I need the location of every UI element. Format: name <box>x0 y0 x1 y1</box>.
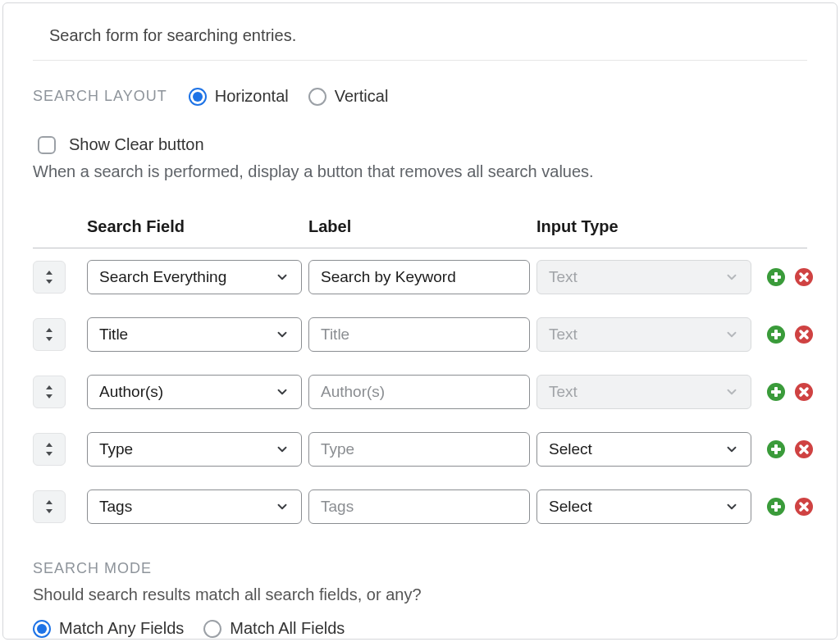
add-row-button[interactable] <box>766 325 786 344</box>
select-value: Text <box>549 383 724 401</box>
label-input[interactable]: Title <box>308 317 530 352</box>
mode-all-radio[interactable]: Match All Fields <box>203 619 345 638</box>
sort-icon <box>43 385 55 399</box>
select-value: Author(s) <box>99 383 275 401</box>
widget-description: Search form for searching entries. <box>33 21 807 61</box>
search-field-select[interactable]: Search Everything <box>87 260 302 294</box>
drag-handle[interactable] <box>33 318 66 351</box>
drag-handle[interactable] <box>33 376 66 408</box>
input-type-select: Text <box>536 260 751 294</box>
search-mode-help: Should search results match all search f… <box>33 585 807 604</box>
label-input[interactable]: Tags <box>308 489 530 524</box>
input-value: Type <box>321 440 518 458</box>
header-input-type: Input Type <box>536 217 751 236</box>
table-row: Type Type Select <box>33 421 807 478</box>
sort-icon <box>43 499 55 514</box>
chevron-down-icon <box>724 385 739 399</box>
input-type-select: Text <box>536 375 751 409</box>
row-actions <box>758 325 832 344</box>
svg-rect-2 <box>774 272 778 282</box>
chevron-down-icon <box>724 442 739 457</box>
add-row-button[interactable] <box>766 382 786 402</box>
chevron-down-icon <box>724 327 739 342</box>
search-layout-section: SEARCH LAYOUT Horizontal Vertical <box>33 87 807 106</box>
show-clear-checkbox-row: Show Clear button <box>38 135 807 154</box>
select-value: Select <box>549 440 724 458</box>
row-actions <box>758 267 832 287</box>
plus-circle-icon <box>766 382 786 402</box>
input-type-select[interactable]: Select <box>536 489 751 524</box>
remove-row-button[interactable] <box>794 382 814 402</box>
select-value: Type <box>99 440 275 458</box>
search-field-select[interactable]: Author(s) <box>87 375 302 409</box>
show-clear-help: When a search is performed, display a bu… <box>33 162 807 181</box>
chevron-down-icon <box>275 499 290 514</box>
search-layout-label: SEARCH LAYOUT <box>33 88 167 105</box>
x-circle-icon <box>794 382 814 402</box>
chevron-down-icon <box>724 270 739 285</box>
header-search-field: Search Field <box>87 217 302 236</box>
plus-circle-icon <box>766 497 786 517</box>
add-row-button[interactable] <box>766 439 786 459</box>
table-row: Title Title Text <box>33 306 807 363</box>
label-input[interactable]: Type <box>308 432 530 467</box>
chevron-down-icon <box>275 385 290 399</box>
x-circle-icon <box>794 439 814 459</box>
table-row: Author(s) Author(s) Text <box>33 363 807 421</box>
search-fields-table: Search Field Label Input Type Search Eve… <box>33 217 807 535</box>
drag-handle[interactable] <box>33 433 66 466</box>
search-field-select[interactable]: Title <box>87 317 302 352</box>
table-header: Search Field Label Input Type <box>33 217 807 248</box>
search-field-select[interactable]: Tags <box>87 489 302 524</box>
drag-handle[interactable] <box>33 490 66 523</box>
search-field-select[interactable]: Type <box>87 432 302 467</box>
remove-row-button[interactable] <box>794 497 814 517</box>
sort-icon <box>43 442 55 457</box>
remove-row-button[interactable] <box>794 439 814 459</box>
show-clear-label: Show Clear button <box>69 135 204 154</box>
search-mode-label: SEARCH MODE <box>33 560 807 577</box>
chevron-down-icon <box>275 327 290 342</box>
radio-unchecked-icon <box>308 88 326 106</box>
input-type-select: Text <box>536 317 751 352</box>
select-value: Title <box>99 326 275 344</box>
select-value: Select <box>549 498 724 516</box>
add-row-button[interactable] <box>766 267 786 287</box>
row-actions <box>758 382 832 402</box>
layout-horizontal-radio[interactable]: Horizontal <box>189 87 289 106</box>
input-value: Author(s) <box>321 383 518 401</box>
search-mode-section: SEARCH MODE Should search results match … <box>33 560 807 638</box>
label-input[interactable]: Author(s) <box>308 375 530 409</box>
input-type-select[interactable]: Select <box>536 432 751 467</box>
header-label: Label <box>308 217 530 236</box>
show-clear-checkbox[interactable] <box>38 136 56 154</box>
row-actions <box>758 439 832 459</box>
svg-rect-18 <box>774 502 778 512</box>
svg-rect-6 <box>774 330 778 339</box>
search-mode-radio-group: Match Any Fields Match All Fields <box>33 619 807 638</box>
label-input[interactable]: Search by Keyword <box>308 260 530 294</box>
x-circle-icon <box>794 267 814 287</box>
mode-any-radio[interactable]: Match Any Fields <box>33 619 184 638</box>
chevron-down-icon <box>275 270 290 285</box>
settings-panel: Search form for searching entries. SEARC… <box>2 2 838 640</box>
plus-circle-icon <box>766 325 786 344</box>
svg-rect-14 <box>774 444 778 454</box>
radio-checked-icon <box>33 620 51 638</box>
remove-row-button[interactable] <box>794 267 814 287</box>
x-circle-icon <box>794 325 814 344</box>
svg-rect-10 <box>774 387 778 397</box>
layout-vertical-radio[interactable]: Vertical <box>308 87 389 106</box>
row-actions <box>758 497 832 517</box>
select-value: Text <box>549 268 724 286</box>
input-value: Title <box>321 326 518 344</box>
sort-icon <box>43 270 55 285</box>
plus-circle-icon <box>766 439 786 459</box>
remove-row-button[interactable] <box>794 325 814 344</box>
chevron-down-icon <box>275 442 290 457</box>
sort-icon <box>43 327 55 342</box>
drag-handle[interactable] <box>33 261 66 294</box>
add-row-button[interactable] <box>766 497 786 517</box>
select-value: Text <box>549 326 724 344</box>
radio-checked-icon <box>189 88 207 106</box>
